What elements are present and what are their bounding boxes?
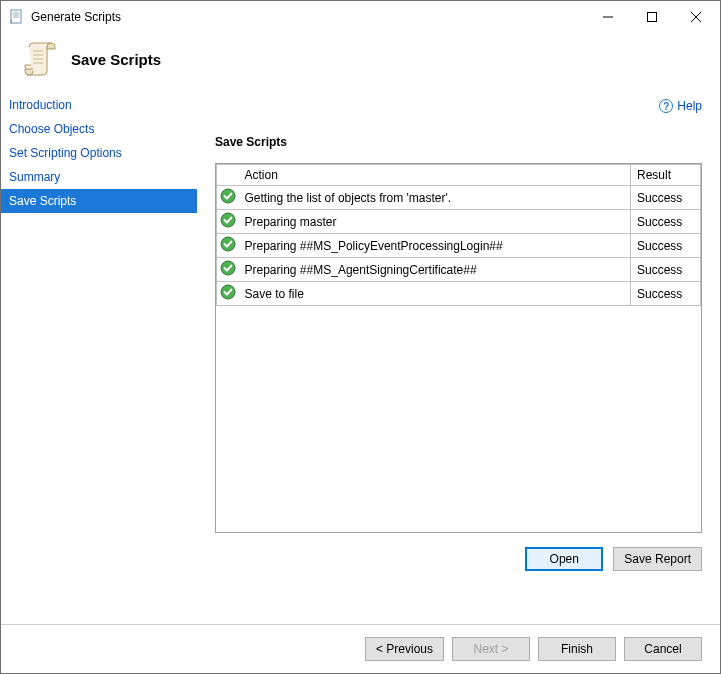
help-link[interactable]: Help: [677, 99, 702, 113]
wizard-window: Generate Scripts Save Scripts Introducti…: [0, 0, 721, 674]
result-cell: Success: [631, 282, 701, 306]
sidebar-item-set-scripting-options[interactable]: Set Scripting Options: [1, 141, 197, 165]
scroll-icon: [23, 41, 57, 77]
cancel-button[interactable]: Cancel: [624, 637, 702, 661]
window-title: Generate Scripts: [31, 10, 121, 24]
wizard-footer: < Previous Next > Finish Cancel: [1, 624, 720, 673]
action-cell: Preparing ##MS_AgentSigningCertificate##: [239, 258, 631, 282]
table-row: Preparing ##MS_PolicyEventProcessingLogi…: [217, 234, 701, 258]
table-row: Preparing ##MS_AgentSigningCertificate##…: [217, 258, 701, 282]
action-cell: Preparing master: [239, 210, 631, 234]
success-icon: [217, 210, 239, 234]
success-icon: [217, 234, 239, 258]
previous-button[interactable]: < Previous: [365, 637, 444, 661]
maximize-button[interactable]: [630, 2, 674, 32]
sidebar-item-save-scripts[interactable]: Save Scripts: [1, 189, 197, 213]
success-icon: [217, 282, 239, 306]
section-title: Save Scripts: [215, 135, 702, 149]
column-header-action: Action: [239, 165, 631, 186]
result-cell: Success: [631, 210, 701, 234]
open-button[interactable]: Open: [525, 547, 603, 571]
result-cell: Success: [631, 186, 701, 210]
success-icon: [217, 186, 239, 210]
help-icon: ?: [659, 99, 673, 113]
action-cell: Preparing ##MS_PolicyEventProcessingLogi…: [239, 234, 631, 258]
next-button: Next >: [452, 637, 530, 661]
minimize-button[interactable]: [586, 2, 630, 32]
column-header-result: Result: [631, 165, 701, 186]
action-cell: Save to file: [239, 282, 631, 306]
result-cell: Success: [631, 258, 701, 282]
sidebar-item-introduction[interactable]: Introduction: [1, 93, 197, 117]
result-cell: Success: [631, 234, 701, 258]
success-icon: [217, 258, 239, 282]
page-title: Save Scripts: [71, 51, 161, 68]
table-row: Getting the list of objects from 'master…: [217, 186, 701, 210]
wizard-header: Save Scripts: [1, 33, 720, 93]
finish-button[interactable]: Finish: [538, 637, 616, 661]
table-row: Save to fileSuccess: [217, 282, 701, 306]
table-row: Preparing masterSuccess: [217, 210, 701, 234]
progress-table: Action Result Getting the list of object…: [215, 163, 702, 533]
close-button[interactable]: [674, 2, 718, 32]
svg-rect-5: [648, 13, 657, 22]
action-cell: Getting the list of objects from 'master…: [239, 186, 631, 210]
column-header-icon: [217, 165, 239, 186]
titlebar: Generate Scripts: [1, 1, 720, 33]
wizard-main: ? Help Save Scripts Action Result Gettin…: [197, 93, 720, 624]
sidebar-item-summary[interactable]: Summary: [1, 165, 197, 189]
script-app-icon: [9, 9, 25, 25]
wizard-sidebar: IntroductionChoose ObjectsSet Scripting …: [1, 93, 197, 624]
sidebar-item-choose-objects[interactable]: Choose Objects: [1, 117, 197, 141]
save-report-button[interactable]: Save Report: [613, 547, 702, 571]
